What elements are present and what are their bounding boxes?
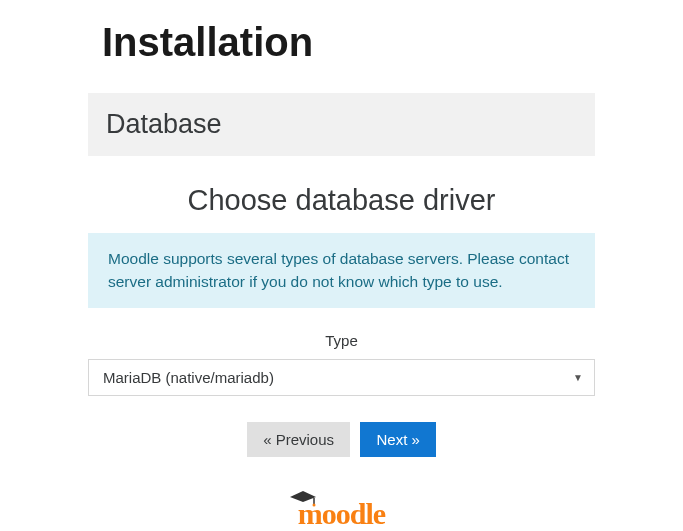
subheading: Choose database driver: [88, 184, 595, 217]
previous-button[interactable]: « Previous: [247, 422, 350, 457]
page-title: Installation: [102, 20, 595, 65]
moodle-logo: moodle: [298, 497, 385, 531]
type-select[interactable]: MariaDB (native/mariadb): [88, 359, 595, 396]
type-select-wrap: MariaDB (native/mariadb) ▼: [88, 359, 595, 396]
type-label: Type: [88, 332, 595, 349]
info-message: Moodle supports several types of databas…: [88, 233, 595, 308]
section-header: Database: [88, 93, 595, 156]
svg-marker-0: [290, 491, 316, 502]
nav-row: « Previous Next »: [88, 422, 595, 457]
svg-point-2: [312, 503, 315, 506]
logo-row: moodle: [88, 497, 595, 531]
graduation-cap-icon: [290, 491, 316, 511]
next-button[interactable]: Next »: [360, 422, 435, 457]
